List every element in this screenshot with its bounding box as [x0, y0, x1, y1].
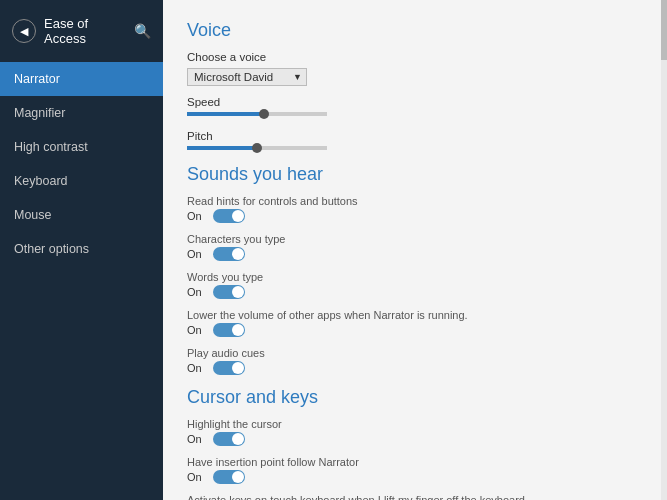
toggle-switch-3[interactable] [213, 323, 245, 337]
toggle-switch-4[interactable] [213, 361, 245, 375]
toggle-knob-0 [232, 433, 244, 445]
toggle-state-label-1: On [187, 248, 205, 260]
toggle-row-1: On [187, 247, 643, 261]
speed-slider-fill [187, 112, 264, 116]
toggle-row-0: On [187, 209, 643, 223]
scrollbar-thumb[interactable] [661, 0, 667, 60]
toggle-switch-0[interactable] [213, 432, 245, 446]
toggle-knob-3 [232, 324, 244, 336]
toggle-row-0: On [187, 432, 643, 446]
sidebar-title: Ease of Access [44, 16, 126, 46]
cursor-items-list: Highlight the cursorOnHave insertion poi… [187, 418, 643, 500]
search-icon[interactable]: 🔍 [134, 23, 151, 39]
pitch-slider-fill [187, 146, 257, 150]
cursor-section: Cursor and keys Highlight the cursorOnHa… [187, 387, 643, 500]
sidebar-item-keyboard[interactable]: Keyboard [0, 164, 163, 198]
toggle-item-1: Have insertion point follow NarratorOn [187, 456, 643, 484]
pitch-slider-track[interactable] [187, 146, 327, 150]
voice-section: Voice Choose a voice Microsoft David Mic… [187, 20, 643, 150]
scrollbar-track [661, 0, 667, 500]
choose-voice-label: Choose a voice [187, 51, 643, 63]
toggle-switch-0[interactable] [213, 209, 245, 223]
voice-section-title: Voice [187, 20, 643, 41]
sidebar-item-high-contrast[interactable]: High contrast [0, 130, 163, 164]
speed-slider-container: Speed [187, 96, 643, 116]
toggle-item-label-4: Play audio cues [187, 347, 643, 359]
toggle-state-label-0: On [187, 210, 205, 222]
sounds-section: Sounds you hear Read hints for controls … [187, 164, 643, 375]
toggle-item-0: Highlight the cursorOn [187, 418, 643, 446]
toggle-row-4: On [187, 361, 643, 375]
toggle-item-0: Read hints for controls and buttonsOn [187, 195, 643, 223]
voice-select-wrapper: Microsoft David Microsoft Zira Microsoft… [187, 67, 307, 86]
toggle-knob-1 [232, 248, 244, 260]
toggle-state-label-4: On [187, 362, 205, 374]
toggle-item-1: Characters you typeOn [187, 233, 643, 261]
sidebar-item-magnifier[interactable]: Magnifier [0, 96, 163, 130]
toggle-item-4: Play audio cuesOn [187, 347, 643, 375]
sidebar-header: ◀ Ease of Access 🔍 [0, 0, 163, 62]
toggle-item-label-2: Activate keys on touch keyboard when I l… [187, 494, 643, 500]
toggle-row-1: On [187, 470, 643, 484]
toggle-row-3: On [187, 323, 643, 337]
main-content: Voice Choose a voice Microsoft David Mic… [163, 0, 667, 500]
pitch-slider-thumb[interactable] [252, 143, 262, 153]
toggle-state-label-1: On [187, 471, 205, 483]
voice-select[interactable]: Microsoft David Microsoft Zira Microsoft… [187, 68, 307, 86]
toggle-switch-2[interactable] [213, 285, 245, 299]
toggle-state-label-2: On [187, 286, 205, 298]
toggle-switch-1[interactable] [213, 470, 245, 484]
toggle-item-label-2: Words you type [187, 271, 643, 283]
toggle-knob-0 [232, 210, 244, 222]
back-button[interactable]: ◀ [12, 19, 36, 43]
toggle-item-label-1: Have insertion point follow Narrator [187, 456, 643, 468]
cursor-section-title: Cursor and keys [187, 387, 643, 408]
nav-list: NarratorMagnifierHigh contrastKeyboardMo… [0, 62, 163, 266]
speed-slider-thumb[interactable] [259, 109, 269, 119]
toggle-knob-2 [232, 286, 244, 298]
toggle-state-label-3: On [187, 324, 205, 336]
toggle-item-label-0: Highlight the cursor [187, 418, 643, 430]
pitch-label: Pitch [187, 130, 643, 142]
sounds-section-title: Sounds you hear [187, 164, 643, 185]
toggle-knob-1 [232, 471, 244, 483]
toggle-row-2: On [187, 285, 643, 299]
sounds-items-list: Read hints for controls and buttonsOnCha… [187, 195, 643, 375]
toggle-knob-4 [232, 362, 244, 374]
choose-voice-field: Choose a voice Microsoft David Microsoft… [187, 51, 643, 86]
speed-slider-track[interactable] [187, 112, 327, 116]
toggle-switch-1[interactable] [213, 247, 245, 261]
pitch-slider-container: Pitch [187, 130, 643, 150]
sidebar: ◀ Ease of Access 🔍 NarratorMagnifierHigh… [0, 0, 163, 500]
toggle-item-label-3: Lower the volume of other apps when Narr… [187, 309, 643, 321]
toggle-item-2: Activate keys on touch keyboard when I l… [187, 494, 643, 500]
toggle-item-label-0: Read hints for controls and buttons [187, 195, 643, 207]
toggle-state-label-0: On [187, 433, 205, 445]
sidebar-item-mouse[interactable]: Mouse [0, 198, 163, 232]
sidebar-item-other-options[interactable]: Other options [0, 232, 163, 266]
speed-label: Speed [187, 96, 643, 108]
sidebar-item-narrator[interactable]: Narrator [0, 62, 163, 96]
toggle-item-3: Lower the volume of other apps when Narr… [187, 309, 643, 337]
toggle-item-2: Words you typeOn [187, 271, 643, 299]
toggle-item-label-1: Characters you type [187, 233, 643, 245]
